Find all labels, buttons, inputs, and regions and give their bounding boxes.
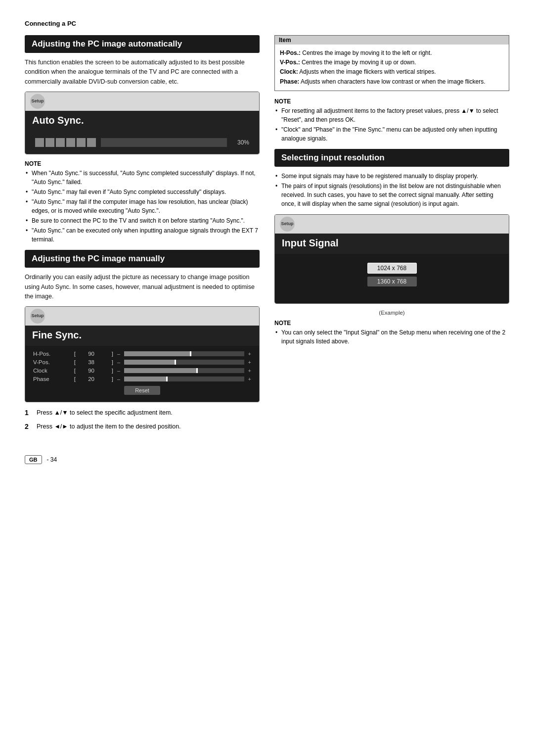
input-signal-bullet2: The pairs of input signals (resolutions)… bbox=[274, 182, 509, 208]
fine-sync-box-header: Setup bbox=[25, 307, 259, 326]
input-signal-note-item: You can only select the "Input Signal" o… bbox=[274, 328, 509, 346]
fine-sync-controls: H-Pos. [90] – + V-Pos. [38] – bbox=[25, 346, 259, 402]
input-signal-note: NOTE You can only select the "Input Sign… bbox=[274, 320, 509, 346]
vpos-bracket: ] bbox=[97, 359, 113, 365]
step1-num: 1 bbox=[25, 409, 33, 417]
setup-circle-finesync: Setup bbox=[30, 309, 45, 324]
clock-dash: – bbox=[117, 368, 120, 374]
auto-sync-section: Adjusting the PC image automatically Thi… bbox=[25, 35, 260, 244]
progress-pct: 30% bbox=[232, 139, 249, 146]
clock-plus: + bbox=[248, 368, 251, 374]
reset-button[interactable]: Reset bbox=[124, 386, 160, 395]
auto-sync-note-list: When "Auto Sync." is successful, "Auto S… bbox=[25, 169, 260, 244]
item-box-body: H-Pos.: Centres the image by moving it t… bbox=[275, 45, 509, 91]
vpos-bar bbox=[124, 360, 244, 365]
vpos-value: 38 bbox=[79, 359, 94, 365]
progress-track bbox=[101, 138, 227, 147]
phase-val: [ bbox=[60, 376, 76, 382]
input-signal-note-label: NOTE bbox=[274, 320, 509, 327]
vpos-fill bbox=[124, 360, 175, 365]
finesync-row-hpos: H-Pos. [90] – + bbox=[33, 351, 251, 357]
right-column: Item H-Pos.: Centres the image by moving… bbox=[274, 35, 509, 435]
vpos-plus: + bbox=[248, 359, 251, 365]
step1: 1 Press ▲/▼ to select the specific adjus… bbox=[25, 408, 260, 418]
setup-circle-autosync: Setup bbox=[30, 94, 45, 109]
footer-badge: GB bbox=[25, 455, 42, 464]
auto-sync-box: Setup Auto Sync. bbox=[25, 92, 260, 154]
step2-text: Press ◄/► to adjust the item to the desi… bbox=[37, 422, 181, 431]
phase-bar bbox=[124, 377, 244, 381]
fine-sync-body: Ordinarily you can easily adjust the pic… bbox=[25, 273, 260, 301]
hpos-fill bbox=[124, 351, 190, 356]
signal-option-1360[interactable]: 1360 x 768 bbox=[367, 277, 417, 286]
clock-val: [ bbox=[60, 368, 76, 374]
fine-sync-heading: Adjusting the PC image manually bbox=[25, 250, 260, 268]
auto-sync-note-label: NOTE bbox=[25, 160, 260, 167]
right-note1-item2: "Clock" and "Phase" in the "Fine Sync." … bbox=[274, 125, 509, 143]
clock-label: Clock bbox=[33, 368, 57, 374]
clock-bracket: ] bbox=[97, 368, 113, 374]
setup-circle-inputsignal: Setup bbox=[280, 217, 295, 232]
auto-sync-note-item: "Auto Sync." can be executed only when i… bbox=[25, 226, 260, 244]
vpos-dash: – bbox=[117, 359, 120, 365]
clock-bar bbox=[124, 368, 244, 373]
auto-sync-note-item: "Auto Sync." may fail even if "Auto Sync… bbox=[25, 188, 260, 196]
left-column: Adjusting the PC image automatically Thi… bbox=[25, 35, 260, 435]
phase-dash: – bbox=[117, 376, 120, 382]
hpos-indicator bbox=[190, 351, 191, 356]
phase-label: Phase bbox=[33, 376, 57, 382]
finesync-row-phase: Phase [20] – + bbox=[33, 376, 251, 382]
auto-sync-note-item: "Auto Sync." may fail if the computer im… bbox=[25, 197, 260, 215]
finesync-row-vpos: V-Pos. [38] – + bbox=[33, 359, 251, 365]
item-phase: Phase: Adjusts when characters have low … bbox=[280, 77, 504, 87]
phase-value: 20 bbox=[79, 376, 94, 382]
step2: 2 Press ◄/► to adjust the item to the de… bbox=[25, 422, 260, 431]
vpos-label: V-Pos. bbox=[33, 359, 57, 365]
fine-sync-section: Adjusting the PC image manually Ordinari… bbox=[25, 250, 260, 402]
input-signal-bullets: Some input signals may have to be regist… bbox=[274, 172, 509, 208]
hpos-bar bbox=[124, 351, 244, 356]
page-header: Connecting a PC bbox=[25, 20, 509, 27]
clock-indicator bbox=[196, 368, 198, 373]
signal-option-1024[interactable]: 1024 x 768 bbox=[367, 263, 417, 274]
auto-sync-title: Auto Sync. bbox=[25, 111, 259, 131]
auto-sync-note: NOTE When "Auto Sync." is successful, "A… bbox=[25, 160, 260, 244]
item-clock: Clock: Adjusts when the image flickers w… bbox=[280, 67, 504, 77]
auto-sync-box-header: Setup bbox=[25, 92, 259, 111]
reset-btn-area: Reset bbox=[33, 386, 251, 395]
auto-sync-progress-area: 30% bbox=[25, 131, 259, 154]
right-note1-label: NOTE bbox=[274, 98, 509, 105]
input-signal-heading: Selecting input resolution bbox=[274, 149, 509, 167]
progress-blocks bbox=[35, 138, 96, 147]
hpos-value: 90 bbox=[79, 351, 94, 357]
fine-sync-box: Setup Fine Sync. H-Pos. [90] – bbox=[25, 306, 260, 402]
right-note1-item1: For resetting all adjustment items to th… bbox=[274, 106, 509, 124]
phase-fill bbox=[124, 377, 166, 381]
auto-sync-note-item: Be sure to connect the PC to the TV and … bbox=[25, 216, 260, 225]
pb1 bbox=[35, 138, 44, 147]
item-vpos: V-Pos.: Centres the image by moving it u… bbox=[280, 58, 504, 67]
input-signal-box: Setup Input Signal 1024 x 768 1360 x 768 bbox=[274, 214, 509, 304]
input-signal-box-header: Setup bbox=[275, 215, 509, 234]
right-note1-list: For resetting all adjustment items to th… bbox=[274, 106, 509, 143]
item-box: Item H-Pos.: Centres the image by moving… bbox=[274, 35, 509, 91]
auto-sync-heading: Adjusting the PC image automatically bbox=[25, 35, 260, 53]
fine-sync-steps: 1 Press ▲/▼ to select the specific adjus… bbox=[25, 408, 260, 431]
phase-bracket: ] bbox=[97, 376, 113, 382]
vpos-val: [ bbox=[60, 359, 76, 365]
clock-fill bbox=[124, 368, 196, 373]
pb5 bbox=[77, 138, 86, 147]
step2-num: 2 bbox=[25, 423, 33, 430]
input-signal-section: Selecting input resolution Some input si… bbox=[274, 149, 509, 346]
hpos-bracket: ] bbox=[97, 351, 113, 357]
auto-sync-note-item: When "Auto Sync." is successful, "Auto S… bbox=[25, 169, 260, 187]
footer-page: - 34 bbox=[47, 456, 57, 463]
right-note1: NOTE For resetting all adjustment items … bbox=[274, 98, 509, 143]
hpos-dash: – bbox=[117, 351, 120, 357]
page-footer: GB - 34 bbox=[25, 455, 509, 464]
pb2 bbox=[45, 138, 54, 147]
input-signal-title: Input Signal bbox=[275, 234, 509, 254]
input-signal-bullet1: Some input signals may have to be regist… bbox=[274, 172, 509, 181]
finesync-row-clock: Clock [90] – + bbox=[33, 368, 251, 374]
hpos-val: [ bbox=[60, 351, 76, 357]
